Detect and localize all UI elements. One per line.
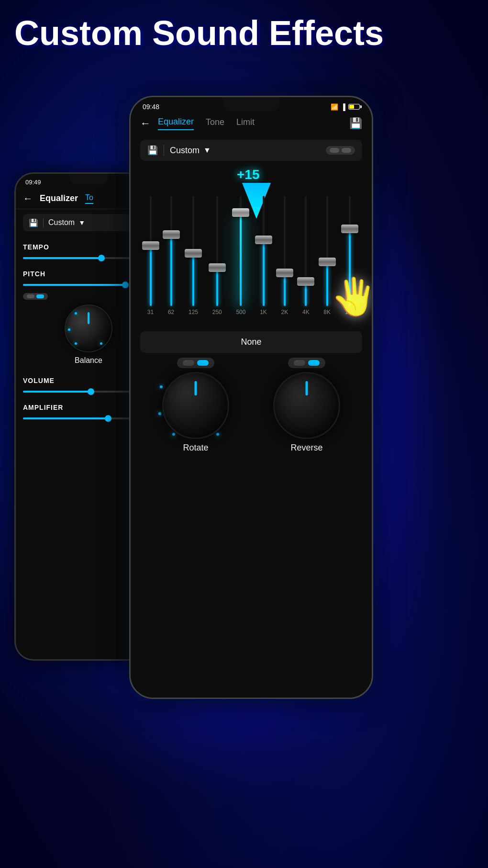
back-toggle-dot: [36, 294, 44, 298]
eq-handle-2k[interactable]: [276, 269, 293, 277]
front-save-icon: 💾: [147, 145, 158, 156]
rotate-knob-wrapper: [162, 372, 229, 439]
eq-handle-4k[interactable]: [297, 277, 314, 286]
eq-band-125[interactable]: 125: [189, 181, 198, 316]
reverse-toggle-dot: [308, 360, 320, 366]
back-preset-name: Custom: [48, 218, 75, 227]
eq-handle-8k[interactable]: [319, 258, 336, 266]
eq-handle-31[interactable]: [142, 241, 159, 250]
back-preset-chevron: ▼: [78, 219, 85, 226]
eq-track-500: [240, 196, 242, 306]
knob-dot-2: [68, 328, 70, 331]
eq-band-250[interactable]: 250: [212, 181, 222, 316]
back-time: 09:49: [25, 179, 41, 186]
none-label: None: [241, 337, 261, 347]
eq-band-8k[interactable]: 8K: [323, 181, 331, 316]
eq-handle-16k[interactable]: [341, 225, 358, 233]
rotate-dot-4: [216, 433, 219, 436]
back-balance-knob[interactable]: [65, 304, 112, 352]
eq-bars-container: 31 62 125: [140, 184, 362, 327]
rotate-toggle-dot: [197, 360, 209, 366]
signal-icon: ▐: [341, 103, 345, 111]
pitch-thumb[interactable]: [122, 282, 129, 288]
volume-fill: [23, 391, 91, 393]
eq-band-62[interactable]: 62: [168, 181, 174, 316]
front-preset-chevron: ▼: [203, 146, 211, 155]
front-preset-toggle[interactable]: [326, 146, 355, 155]
hand-pointer-icon: 🖐: [332, 276, 372, 318]
eq-track-31: [150, 196, 152, 306]
front-phone-notch: [222, 97, 280, 112]
eq-track-1k: [263, 196, 265, 306]
eq-fill-62: [170, 235, 172, 306]
back-balance-label: Balance: [75, 356, 102, 365]
eq-fill-31: [150, 246, 152, 306]
reverse-label: Reverse: [290, 443, 322, 453]
rotate-toggle-bar: [183, 360, 194, 366]
eq-fill-8k: [326, 262, 328, 306]
eq-band-1k[interactable]: 1K: [260, 181, 267, 316]
eq-band-2k[interactable]: 2K: [281, 181, 288, 316]
amplifier-thumb[interactable]: [105, 415, 111, 422]
front-preset-row[interactable]: 💾 Custom ▼: [140, 140, 362, 161]
back-phone-back-arrow[interactable]: ←: [23, 193, 33, 204]
tempo-thumb[interactable]: [98, 255, 105, 261]
reverse-toggle-bar: [294, 360, 305, 366]
knob-dot-4: [100, 342, 102, 345]
front-nav-bar: ← Equalizer Tone Limit 💾: [131, 113, 372, 136]
knob-dot-3: [75, 342, 77, 345]
amplifier-label: AMPLIFIER: [23, 404, 63, 411]
none-selector[interactable]: None: [140, 331, 362, 353]
eq-label-125: 125: [189, 309, 198, 316]
front-tab-limit[interactable]: Limit: [236, 117, 255, 130]
back-phone-tab[interactable]: To: [85, 193, 93, 204]
back-divider: [43, 218, 44, 227]
rotate-dot-1: [160, 385, 163, 388]
eq-handle-250[interactable]: [209, 263, 226, 272]
reverse-knob[interactable]: [273, 372, 340, 439]
rotate-control: Rotate: [162, 358, 229, 453]
bluetooth-icon: 📶: [331, 103, 338, 111]
eq-label-8k: 8K: [323, 309, 331, 316]
eq-handle-1k[interactable]: [255, 236, 272, 244]
volume-thumb[interactable]: [88, 388, 94, 395]
eq-label-2k: 2K: [281, 309, 288, 316]
eq-track-8k: [326, 196, 328, 306]
eq-fill-500: [240, 213, 242, 306]
battery-icon: [348, 104, 360, 110]
pitch-fill: [23, 284, 125, 286]
back-phone-notch: [69, 174, 108, 184]
eq-track-125: [192, 196, 194, 306]
page-headline: Custom Sound Effects: [14, 14, 474, 52]
front-back-arrow[interactable]: ←: [140, 117, 151, 130]
eq-band-4k[interactable]: 4K: [302, 181, 310, 316]
rotate-dot-3: [172, 433, 175, 436]
front-preset-name: Custom: [170, 146, 200, 156]
front-divider: [164, 145, 164, 156]
eq-band-500[interactable]: 500: [236, 181, 245, 316]
reverse-knob-wrapper: [273, 372, 340, 439]
back-balance-knob-container: Balance: [60, 304, 117, 365]
back-toggle[interactable]: [23, 293, 48, 300]
front-phone-screen: 09:48 📶 ▐ ← Equalizer Tone Limit 💾 💾 Cus…: [131, 97, 372, 698]
eq-label-1k: 1K: [260, 309, 267, 316]
front-tab-tone[interactable]: Tone: [206, 117, 224, 130]
eq-handle-62[interactable]: [163, 230, 180, 239]
reverse-toggle[interactable]: [288, 358, 325, 368]
front-time: 09:48: [143, 103, 159, 111]
front-status-icons: 📶 ▐: [331, 103, 360, 111]
eq-area: +15 31: [140, 165, 362, 327]
eq-handle-125[interactable]: [185, 249, 202, 258]
eq-band-31[interactable]: 31: [147, 181, 154, 316]
rotate-toggle[interactable]: [177, 358, 214, 368]
eq-label-31: 31: [147, 309, 154, 316]
eq-label-500: 500: [236, 309, 245, 316]
battery-fill: [349, 105, 354, 109]
rotate-knob[interactable]: [162, 372, 229, 439]
eq-handle-500[interactable]: [232, 208, 249, 217]
front-tab-equalizer[interactable]: Equalizer: [158, 117, 194, 130]
bottom-controls: Rotate Reverse: [140, 358, 362, 453]
front-save-button[interactable]: 💾: [349, 117, 362, 130]
rotate-dot-2: [158, 412, 161, 415]
back-toggle-bar1: [27, 294, 34, 298]
